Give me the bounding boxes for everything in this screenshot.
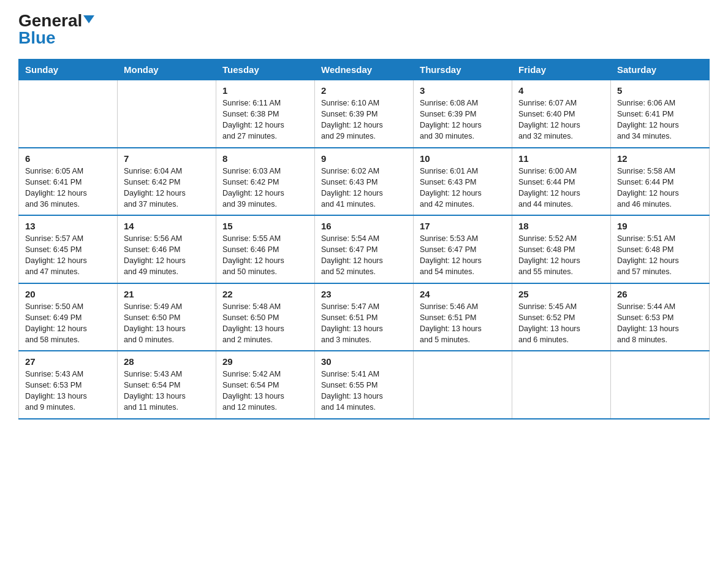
calendar-cell — [611, 351, 710, 419]
day-info: Sunrise: 5:55 AM Sunset: 6:46 PM Dayligh… — [222, 233, 308, 278]
day-info: Sunrise: 5:50 AM Sunset: 6:49 PM Dayligh… — [25, 301, 111, 346]
day-info: Sunrise: 6:05 AM Sunset: 6:41 PM Dayligh… — [25, 166, 111, 210]
day-number: 20 — [25, 289, 111, 299]
weekday-header-thursday: Thursday — [414, 59, 512, 80]
calendar-cell: 16Sunrise: 5:54 AM Sunset: 6:47 PM Dayli… — [315, 215, 414, 283]
weekday-header-row: SundayMondayTuesdayWednesdayThursdayFrid… — [19, 59, 710, 80]
day-info: Sunrise: 6:06 AM Sunset: 6:41 PM Dayligh… — [617, 98, 703, 142]
calendar-cell: 26Sunrise: 5:44 AM Sunset: 6:53 PM Dayli… — [611, 283, 710, 351]
calendar-cell: 18Sunrise: 5:52 AM Sunset: 6:48 PM Dayli… — [512, 215, 611, 283]
calendar-week-1: 1Sunrise: 6:11 AM Sunset: 6:38 PM Daylig… — [19, 80, 710, 148]
calendar-cell: 27Sunrise: 5:43 AM Sunset: 6:53 PM Dayli… — [19, 351, 118, 419]
day-number: 19 — [617, 221, 703, 231]
calendar-cell: 10Sunrise: 6:01 AM Sunset: 6:43 PM Dayli… — [414, 148, 512, 216]
day-number: 15 — [222, 221, 308, 231]
calendar-cell: 6Sunrise: 6:05 AM Sunset: 6:41 PM Daylig… — [19, 148, 118, 216]
day-info: Sunrise: 5:53 AM Sunset: 6:47 PM Dayligh… — [420, 233, 506, 278]
day-info: Sunrise: 5:46 AM Sunset: 6:51 PM Dayligh… — [420, 301, 506, 346]
day-info: Sunrise: 5:51 AM Sunset: 6:48 PM Dayligh… — [617, 233, 703, 278]
weekday-header-tuesday: Tuesday — [216, 59, 315, 80]
calendar-cell: 19Sunrise: 5:51 AM Sunset: 6:48 PM Dayli… — [611, 215, 710, 283]
day-number: 3 — [420, 85, 506, 96]
day-info: Sunrise: 6:01 AM Sunset: 6:43 PM Dayligh… — [420, 166, 506, 210]
day-number: 24 — [420, 289, 506, 299]
calendar-cell — [118, 80, 216, 148]
day-info: Sunrise: 6:00 AM Sunset: 6:44 PM Dayligh… — [518, 166, 604, 210]
day-number: 25 — [518, 289, 604, 299]
calendar-cell: 5Sunrise: 6:06 AM Sunset: 6:41 PM Daylig… — [611, 80, 710, 148]
day-info: Sunrise: 6:03 AM Sunset: 6:42 PM Dayligh… — [222, 166, 308, 210]
calendar-week-4: 20Sunrise: 5:50 AM Sunset: 6:49 PM Dayli… — [19, 283, 710, 351]
day-info: Sunrise: 5:58 AM Sunset: 6:44 PM Dayligh… — [617, 166, 703, 210]
day-info: Sunrise: 6:02 AM Sunset: 6:43 PM Dayligh… — [321, 166, 407, 210]
logo: General Blue — [18, 12, 94, 48]
day-number: 9 — [321, 153, 407, 164]
day-info: Sunrise: 5:52 AM Sunset: 6:48 PM Dayligh… — [518, 233, 604, 278]
calendar-cell — [414, 351, 512, 419]
day-info: Sunrise: 5:47 AM Sunset: 6:51 PM Dayligh… — [321, 301, 407, 346]
weekday-header-saturday: Saturday — [611, 59, 710, 80]
calendar-cell: 3Sunrise: 6:08 AM Sunset: 6:39 PM Daylig… — [414, 80, 512, 148]
calendar-cell: 29Sunrise: 5:42 AM Sunset: 6:54 PM Dayli… — [216, 351, 315, 419]
day-number: 30 — [321, 356, 407, 367]
calendar-cell: 20Sunrise: 5:50 AM Sunset: 6:49 PM Dayli… — [19, 283, 118, 351]
day-number: 16 — [321, 221, 407, 231]
day-info: Sunrise: 5:57 AM Sunset: 6:45 PM Dayligh… — [25, 233, 111, 278]
day-number: 7 — [124, 153, 210, 164]
day-info: Sunrise: 5:43 AM Sunset: 6:53 PM Dayligh… — [25, 369, 111, 413]
day-info: Sunrise: 5:54 AM Sunset: 6:47 PM Dayligh… — [321, 233, 407, 278]
page-header: General Blue — [18, 12, 710, 48]
day-info: Sunrise: 6:10 AM Sunset: 6:39 PM Dayligh… — [321, 98, 407, 142]
calendar-cell: 25Sunrise: 5:45 AM Sunset: 6:52 PM Dayli… — [512, 283, 611, 351]
calendar-week-5: 27Sunrise: 5:43 AM Sunset: 6:53 PM Dayli… — [19, 351, 710, 419]
calendar-week-3: 13Sunrise: 5:57 AM Sunset: 6:45 PM Dayli… — [19, 215, 710, 283]
day-number: 14 — [124, 221, 210, 231]
calendar-cell: 15Sunrise: 5:55 AM Sunset: 6:46 PM Dayli… — [216, 215, 315, 283]
calendar-cell: 7Sunrise: 6:04 AM Sunset: 6:42 PM Daylig… — [118, 148, 216, 216]
day-number: 18 — [518, 221, 604, 231]
day-number: 22 — [222, 289, 308, 299]
day-info: Sunrise: 6:04 AM Sunset: 6:42 PM Dayligh… — [124, 166, 210, 210]
calendar-cell — [512, 351, 611, 419]
weekday-header-monday: Monday — [118, 59, 216, 80]
day-info: Sunrise: 5:48 AM Sunset: 6:50 PM Dayligh… — [222, 301, 308, 346]
day-number: 10 — [420, 153, 506, 164]
day-number: 8 — [222, 153, 308, 164]
day-info: Sunrise: 6:11 AM Sunset: 6:38 PM Dayligh… — [222, 98, 308, 142]
day-number: 29 — [222, 356, 308, 367]
weekday-header-friday: Friday — [512, 59, 611, 80]
calendar-cell: 4Sunrise: 6:07 AM Sunset: 6:40 PM Daylig… — [512, 80, 611, 148]
calendar-cell: 22Sunrise: 5:48 AM Sunset: 6:50 PM Dayli… — [216, 283, 315, 351]
calendar-cell — [19, 80, 118, 148]
calendar-cell: 30Sunrise: 5:41 AM Sunset: 6:55 PM Dayli… — [315, 351, 414, 419]
day-number: 13 — [25, 221, 111, 231]
calendar-cell: 23Sunrise: 5:47 AM Sunset: 6:51 PM Dayli… — [315, 283, 414, 351]
calendar-week-2: 6Sunrise: 6:05 AM Sunset: 6:41 PM Daylig… — [19, 148, 710, 216]
calendar-cell: 14Sunrise: 5:56 AM Sunset: 6:46 PM Dayli… — [118, 215, 216, 283]
day-number: 4 — [518, 85, 604, 96]
calendar-cell: 17Sunrise: 5:53 AM Sunset: 6:47 PM Dayli… — [414, 215, 512, 283]
calendar-cell: 2Sunrise: 6:10 AM Sunset: 6:39 PM Daylig… — [315, 80, 414, 148]
day-info: Sunrise: 5:44 AM Sunset: 6:53 PM Dayligh… — [617, 301, 703, 346]
weekday-header-wednesday: Wednesday — [315, 59, 414, 80]
day-number: 23 — [321, 289, 407, 299]
calendar-cell: 12Sunrise: 5:58 AM Sunset: 6:44 PM Dayli… — [611, 148, 710, 216]
day-number: 26 — [617, 289, 703, 299]
logo-blue: Blue — [18, 28, 56, 48]
calendar-cell: 8Sunrise: 6:03 AM Sunset: 6:42 PM Daylig… — [216, 148, 315, 216]
day-number: 12 — [617, 153, 703, 164]
day-info: Sunrise: 5:56 AM Sunset: 6:46 PM Dayligh… — [124, 233, 210, 278]
day-number: 2 — [321, 85, 407, 96]
day-number: 17 — [420, 221, 506, 231]
day-number: 21 — [124, 289, 210, 299]
calendar-cell: 1Sunrise: 6:11 AM Sunset: 6:38 PM Daylig… — [216, 80, 315, 148]
day-number: 11 — [518, 153, 604, 164]
day-info: Sunrise: 5:45 AM Sunset: 6:52 PM Dayligh… — [518, 301, 604, 346]
day-info: Sunrise: 5:42 AM Sunset: 6:54 PM Dayligh… — [222, 369, 308, 413]
day-number: 5 — [617, 85, 703, 96]
calendar-cell: 24Sunrise: 5:46 AM Sunset: 6:51 PM Dayli… — [414, 283, 512, 351]
calendar-cell: 11Sunrise: 6:00 AM Sunset: 6:44 PM Dayli… — [512, 148, 611, 216]
day-info: Sunrise: 5:49 AM Sunset: 6:50 PM Dayligh… — [124, 301, 210, 346]
day-number: 1 — [222, 85, 308, 96]
logo-general: General — [18, 12, 82, 29]
